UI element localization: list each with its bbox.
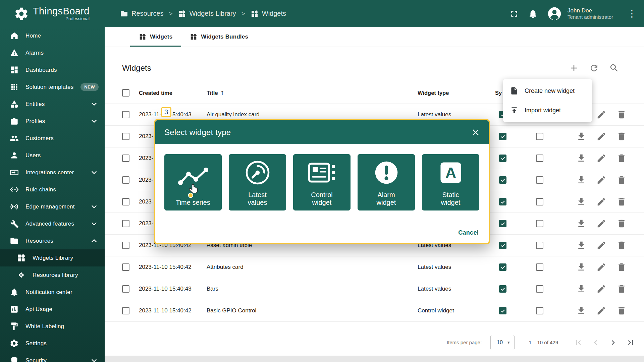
row-secondary-checkbox[interactable]: [536, 155, 543, 162]
column-header-title[interactable]: Title↑: [207, 90, 418, 96]
download-icon[interactable]: [576, 131, 586, 141]
sidebar-item-resources[interactable]: Resources: [0, 232, 105, 249]
row-checkbox[interactable]: [122, 198, 129, 205]
refresh-button[interactable]: [589, 63, 599, 73]
menu-item-create-new-widget[interactable]: Create new widget: [503, 81, 592, 101]
row-secondary-checkbox[interactable]: [536, 220, 543, 227]
tile-alarm-widget[interactable]: Alarm widget: [358, 154, 415, 210]
close-icon[interactable]: [471, 127, 481, 137]
table-row[interactable]: 2023-11-10 15:40:43 Bars Latest values: [105, 278, 644, 300]
table-row[interactable]: 2023-11-10 15:40:42 Basic GPIO Control C…: [105, 300, 644, 322]
tile-latest-values[interactable]: Latest values: [229, 154, 286, 210]
download-icon[interactable]: [576, 219, 586, 229]
sidebar-item-notification-center[interactable]: Notification center: [0, 284, 105, 301]
row-secondary-checkbox[interactable]: [536, 176, 543, 184]
system-checkbox[interactable]: [499, 285, 506, 293]
delete-icon[interactable]: [616, 284, 627, 294]
system-checkbox[interactable]: [499, 198, 506, 205]
sidebar-item-customers[interactable]: Customers: [0, 130, 105, 147]
tile-time-series[interactable]: Time series: [164, 154, 222, 210]
system-checkbox[interactable]: [499, 242, 506, 249]
sidebar-item-integrations-center[interactable]: Integrations center: [0, 164, 105, 181]
edit-icon[interactable]: [596, 153, 606, 163]
edit-icon[interactable]: [596, 262, 606, 272]
delete-icon[interactable]: [616, 240, 627, 250]
tab-widgets[interactable]: Widgets: [130, 27, 181, 47]
system-checkbox[interactable]: [499, 220, 506, 227]
delete-icon[interactable]: [616, 197, 627, 207]
add-widget-button[interactable]: [569, 63, 579, 73]
edit-icon[interactable]: [596, 110, 606, 120]
sidebar-item-api-usage[interactable]: Api Usage: [0, 301, 105, 318]
first-page-button[interactable]: [574, 338, 583, 347]
sidebar-item-users[interactable]: Users: [0, 147, 105, 164]
delete-icon[interactable]: [616, 131, 627, 141]
sidebar-item-dashboards[interactable]: Dashboards: [0, 61, 105, 78]
download-icon[interactable]: [576, 262, 586, 272]
tile-control-widget[interactable]: Control widget: [293, 154, 351, 210]
thingsboard-logo[interactable]: ThingsBoard Professional: [0, 6, 105, 21]
previous-page-button[interactable]: [591, 338, 600, 347]
items-per-page-select[interactable]: 10 ▾: [490, 335, 515, 350]
download-icon[interactable]: [576, 153, 586, 163]
row-checkbox[interactable]: [122, 176, 129, 184]
edit-icon[interactable]: [596, 284, 606, 294]
notifications-bell-icon[interactable]: [528, 9, 538, 19]
row-checkbox[interactable]: [122, 155, 129, 162]
row-secondary-checkbox[interactable]: [536, 263, 543, 271]
row-checkbox[interactable]: [122, 307, 129, 314]
download-icon[interactable]: [576, 284, 586, 294]
row-checkbox[interactable]: [122, 242, 129, 249]
sidebar-item-advanced-features[interactable]: Advanced features: [0, 215, 105, 232]
fullscreen-icon[interactable]: [509, 9, 519, 19]
last-page-button[interactable]: [626, 338, 635, 347]
avatar[interactable]: [547, 6, 562, 21]
system-checkbox[interactable]: [499, 263, 506, 271]
system-checkbox[interactable]: [499, 133, 506, 140]
sidebar-item-resources-library[interactable]: Resources library: [0, 266, 105, 284]
menu-item-import-widget[interactable]: Import widget: [503, 101, 592, 120]
delete-icon[interactable]: [616, 306, 627, 316]
delete-icon[interactable]: [616, 262, 627, 272]
tile-static-widget[interactable]: A Static widget: [422, 154, 479, 210]
sidebar-item-settings[interactable]: Settings: [0, 335, 105, 352]
sidebar-item-entities[interactable]: Entities: [0, 96, 105, 113]
kebab-menu-icon[interactable]: ⋮: [627, 8, 637, 19]
column-header-widget-type[interactable]: Widget type: [418, 90, 490, 96]
delete-icon[interactable]: [616, 110, 627, 120]
tab-widgets-bundles[interactable]: Widgets Bundles: [181, 27, 257, 47]
row-secondary-checkbox[interactable]: [536, 198, 543, 205]
row-secondary-checkbox[interactable]: [536, 242, 543, 249]
breadcrumb-resources[interactable]: Resources: [120, 10, 164, 18]
edit-icon[interactable]: [596, 197, 606, 207]
sidebar-item-white-labeling[interactable]: White Labeling: [0, 318, 105, 335]
sidebar-item-widgets-library[interactable]: Widgets Library: [0, 249, 105, 266]
row-checkbox[interactable]: [122, 220, 129, 227]
edit-icon[interactable]: [596, 219, 606, 229]
edit-icon[interactable]: [596, 175, 606, 185]
sidebar-item-solution-templates[interactable]: Solution templates NEW: [0, 78, 105, 96]
row-secondary-checkbox[interactable]: [536, 307, 543, 314]
download-icon[interactable]: [576, 197, 586, 207]
row-checkbox[interactable]: [122, 133, 129, 140]
system-checkbox[interactable]: [499, 176, 506, 184]
edit-icon[interactable]: [596, 131, 606, 141]
row-secondary-checkbox[interactable]: [536, 133, 543, 140]
column-header-created-time[interactable]: Created time: [139, 90, 207, 96]
cancel-button[interactable]: Cancel: [458, 229, 479, 236]
system-checkbox[interactable]: [499, 307, 506, 314]
delete-icon[interactable]: [616, 153, 627, 163]
next-page-button[interactable]: [608, 338, 618, 347]
table-row[interactable]: 2023-11-10 15:40:42 Attributes card Late…: [105, 256, 644, 278]
row-secondary-checkbox[interactable]: [536, 285, 543, 293]
sidebar-item-alarms[interactable]: Alarms: [0, 44, 105, 61]
sidebar-item-home[interactable]: Home: [0, 27, 105, 44]
select-all-checkbox[interactable]: [122, 89, 129, 97]
breadcrumb-widgets[interactable]: Widgets: [251, 10, 286, 18]
download-icon[interactable]: [576, 240, 586, 250]
sidebar-item-profiles[interactable]: Profiles: [0, 113, 105, 130]
breadcrumb-widgets-library[interactable]: Widgets Library: [178, 10, 236, 18]
sidebar-item-edge-management[interactable]: Edge management: [0, 198, 105, 215]
delete-icon[interactable]: [616, 219, 627, 229]
row-checkbox[interactable]: [122, 263, 129, 271]
